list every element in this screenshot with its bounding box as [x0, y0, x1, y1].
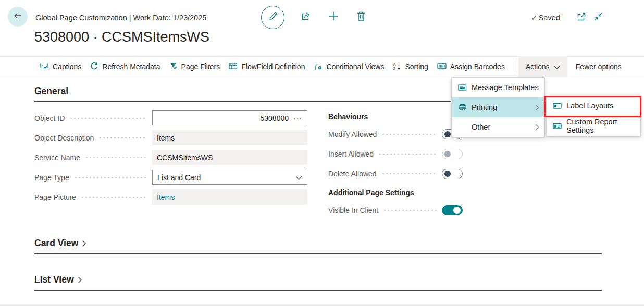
toolbar-separator [515, 61, 515, 72]
message-templates-label: Message Templates [472, 83, 539, 92]
share-button[interactable] [300, 11, 312, 23]
object-id-value[interactable]: 5308000 [260, 114, 289, 122]
toggle-row-delete-allowed: Delete Allowed [328, 169, 463, 179]
new-button[interactable] [327, 11, 340, 23]
field-row-service-name: Service Name CCSMSItemsWS [34, 150, 307, 165]
filter-icon [169, 62, 178, 72]
dotted-leader [381, 173, 437, 174]
open-in-new-window-button[interactable] [576, 11, 587, 24]
dotted-leader [85, 157, 147, 158]
visible-in-client-label: Visible In Client [328, 206, 378, 214]
action-bar: Captions Refresh Metadata Page Filters F… [0, 56, 644, 77]
actions-menu-button[interactable]: Actions [518, 56, 567, 77]
chevron-right-icon [78, 276, 82, 284]
chevron-down-icon [295, 173, 302, 182]
field-row-page-picture: Page Picture Items [34, 189, 307, 205]
fewer-options-button[interactable]: Fewer options [567, 56, 630, 77]
printing-submenu: Label Layouts Custom Report Settings [546, 95, 641, 136]
assist-edit-button[interactable]: ··· [293, 114, 302, 122]
object-id-field[interactable]: 5308000 ··· [152, 110, 307, 125]
dotted-leader [381, 134, 437, 135]
conditional-views-label: Conditional Views [326, 62, 384, 71]
page-filters-label: Page Filters [181, 62, 220, 71]
menu-item-other[interactable]: Other [452, 117, 544, 137]
page-type-value: List and Card [157, 173, 201, 182]
service-name-field: CCSMSItemsWS [152, 150, 307, 165]
actions-label: Actions [526, 62, 550, 71]
behaviours-heading: Behaviours [328, 112, 463, 121]
sorting-label: Sorting [405, 62, 428, 71]
refresh-metadata-button[interactable]: Refresh Metadata [90, 56, 160, 77]
header-command-icons [261, 5, 367, 29]
refresh-metadata-label: Refresh Metadata [102, 62, 160, 71]
flowfield-definition-button[interactable]: FlowField Definition [229, 56, 305, 77]
delete-button[interactable] [355, 11, 367, 23]
conditional-views-button[interactable]: f Conditional Views [314, 56, 384, 77]
edit-button[interactable] [261, 6, 284, 29]
visible-in-client-toggle[interactable] [442, 205, 463, 215]
flowfield-table-icon [229, 62, 238, 72]
general-section-heading[interactable]: General [34, 86, 68, 97]
collapse-button[interactable] [593, 11, 603, 24]
card-view-section-header[interactable]: Card View [34, 238, 86, 249]
submenu-item-custom-report-settings[interactable]: Custom Report Settings [547, 116, 640, 136]
list-view-label: List View [34, 274, 74, 285]
menu-item-message-templates[interactable]: Message Templates [452, 78, 544, 97]
collapse-arrows-icon [593, 15, 603, 23]
general-fields: Object ID 5308000 ··· Object Description… [34, 110, 307, 209]
message-templates-icon [458, 83, 467, 92]
label-layouts-icon [553, 101, 562, 110]
dotted-leader [98, 137, 147, 138]
toggle-row-modify-allowed: Modify Allowed [328, 129, 463, 139]
list-view-section-header[interactable]: List View [34, 274, 82, 285]
additional-page-settings-heading: Additional Page Settings [328, 188, 463, 197]
captions-icon [40, 62, 49, 72]
page-title: 5308000 · CCSMSItemsWS [34, 29, 209, 45]
saved-label: Saved [539, 14, 560, 22]
dotted-leader [69, 118, 147, 119]
check-icon: ✓ [531, 13, 538, 22]
sorting-button[interactable]: AZ Sorting [393, 56, 428, 77]
page-picture-value[interactable]: Items [157, 193, 175, 201]
field-row-object-id: Object ID 5308000 ··· [34, 110, 307, 125]
captions-button[interactable]: Captions [40, 56, 81, 77]
page-type-dropdown[interactable]: List and Card [152, 170, 307, 185]
back-button[interactable] [8, 7, 28, 27]
dotted-leader [378, 154, 437, 155]
page-picture-field: Items [152, 189, 307, 205]
back-arrow-icon [13, 11, 22, 22]
insert-allowed-toggle[interactable] [442, 149, 463, 159]
pencil-icon [268, 11, 278, 23]
captions-label: Captions [53, 62, 81, 71]
object-description-label: Object Description [34, 134, 94, 142]
chevron-down-icon [554, 62, 560, 71]
submenu-item-label-layouts[interactable]: Label Layouts [547, 95, 640, 116]
list-view-underline [34, 290, 602, 291]
delete-allowed-label: Delete Allowed [328, 170, 377, 178]
field-row-page-type: Page Type List and Card [34, 170, 307, 185]
printing-label: Printing [472, 103, 532, 111]
function-icon: f [314, 62, 323, 72]
custom-report-settings-icon [553, 122, 562, 130]
page-picture-label: Page Picture [34, 193, 76, 201]
barcode-icon [437, 62, 447, 72]
modify-allowed-label: Modify Allowed [328, 130, 377, 138]
service-name-label: Service Name [34, 154, 80, 162]
menu-item-printing[interactable]: Printing [452, 97, 544, 117]
object-description-value: Items [157, 134, 175, 142]
assign-barcodes-button[interactable]: Assign Barcodes [437, 56, 505, 77]
insert-allowed-label: Insert Allowed [328, 150, 374, 158]
object-description-field: Items [152, 130, 307, 145]
chevron-right-icon [535, 104, 539, 111]
trash-icon [356, 10, 366, 24]
printer-icon [458, 103, 467, 111]
field-row-object-description: Object Description Items [34, 130, 307, 145]
empty-icon-space [458, 123, 467, 131]
share-icon [300, 10, 312, 24]
flowfield-definition-label: FlowField Definition [241, 62, 305, 71]
other-label: Other [472, 123, 532, 131]
page-filters-button[interactable]: Page Filters [169, 56, 220, 77]
card-view-label: Card View [34, 238, 78, 249]
toggle-row-visible-in-client: Visible In Client [328, 205, 463, 215]
delete-allowed-toggle[interactable] [442, 169, 463, 179]
